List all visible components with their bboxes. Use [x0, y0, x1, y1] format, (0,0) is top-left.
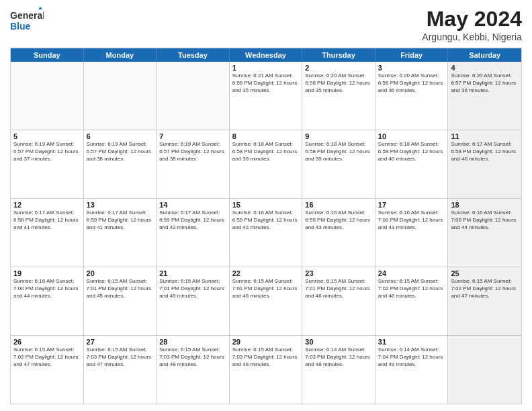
day-cell-25: 25Sunrise: 6:15 AM Sunset: 7:02 PM Dayli…	[448, 267, 521, 335]
day-number: 15	[232, 201, 300, 209]
day-content: Sunrise: 6:16 AM Sunset: 7:00 PM Dayligh…	[378, 210, 445, 231]
day-content: Sunrise: 6:15 AM Sunset: 7:01 PM Dayligh…	[87, 278, 154, 300]
day-content: Sunrise: 6:17 AM Sunset: 6:59 PM Dayligh…	[87, 210, 154, 231]
day-content: Sunrise: 6:20 AM Sunset: 6:56 PM Dayligh…	[305, 73, 372, 94]
day-content: Sunrise: 6:16 AM Sunset: 6:59 PM Dayligh…	[232, 210, 300, 231]
day-cell-3: 3Sunrise: 6:20 AM Sunset: 6:56 PM Daylig…	[375, 62, 449, 130]
day-cell-14: 14Sunrise: 6:17 AM Sunset: 6:59 PM Dayli…	[157, 199, 230, 267]
day-cell-12: 12Sunrise: 6:17 AM Sunset: 6:58 PM Dayli…	[11, 199, 84, 267]
day-content: Sunrise: 6:14 AM Sunset: 7:03 PM Dayligh…	[305, 347, 372, 368]
day-number: 6	[87, 132, 154, 140]
day-number: 1	[232, 64, 300, 72]
day-cell-27: 27Sunrise: 6:15 AM Sunset: 7:03 PM Dayli…	[84, 336, 157, 404]
day-cell-11: 11Sunrise: 6:17 AM Sunset: 6:58 PM Dayli…	[448, 130, 521, 198]
day-content: Sunrise: 6:15 AM Sunset: 7:02 PM Dayligh…	[13, 347, 81, 368]
day-cell-9: 9Sunrise: 6:18 AM Sunset: 6:58 PM Daylig…	[302, 130, 375, 198]
calendar: SundayMondayTuesdayWednesdayThursdayFrid…	[10, 48, 522, 404]
day-cell-30: 30Sunrise: 6:14 AM Sunset: 7:03 PM Dayli…	[302, 336, 375, 404]
day-content: Sunrise: 6:17 AM Sunset: 6:59 PM Dayligh…	[159, 210, 226, 231]
day-content: Sunrise: 6:15 AM Sunset: 7:03 PM Dayligh…	[87, 347, 154, 368]
empty-cell	[157, 62, 230, 130]
day-content: Sunrise: 6:17 AM Sunset: 6:58 PM Dayligh…	[451, 141, 519, 163]
svg-text:Blue: Blue	[10, 21, 31, 32]
day-content: Sunrise: 6:16 AM Sunset: 7:00 PM Dayligh…	[451, 210, 519, 231]
day-cell-6: 6Sunrise: 6:19 AM Sunset: 6:57 PM Daylig…	[84, 130, 157, 198]
empty-cell	[84, 62, 157, 130]
day-cell-28: 28Sunrise: 6:15 AM Sunset: 7:03 PM Dayli…	[157, 336, 230, 404]
day-header-sunday: Sunday	[11, 48, 84, 62]
day-cell-8: 8Sunrise: 6:18 AM Sunset: 6:58 PM Daylig…	[230, 130, 303, 198]
calendar-header: SundayMondayTuesdayWednesdayThursdayFrid…	[11, 48, 521, 62]
day-cell-24: 24Sunrise: 6:15 AM Sunset: 7:02 PM Dayli…	[375, 267, 449, 335]
day-content: Sunrise: 6:15 AM Sunset: 7:02 PM Dayligh…	[378, 278, 445, 300]
calendar-row: 5Sunrise: 6:19 AM Sunset: 6:57 PM Daylig…	[11, 130, 521, 199]
day-number: 7	[159, 132, 226, 140]
day-content: Sunrise: 6:14 AM Sunset: 7:04 PM Dayligh…	[378, 347, 445, 368]
calendar-row: 19Sunrise: 6:16 AM Sunset: 7:00 PM Dayli…	[11, 267, 521, 336]
day-number: 10	[378, 132, 445, 140]
day-number: 12	[13, 201, 81, 209]
day-header-saturday: Saturday	[448, 48, 521, 62]
day-cell-31: 31Sunrise: 6:14 AM Sunset: 7:04 PM Dayli…	[375, 336, 449, 404]
day-number: 19	[13, 269, 81, 277]
day-cell-2: 2Sunrise: 6:20 AM Sunset: 6:56 PM Daylig…	[302, 62, 375, 130]
day-content: Sunrise: 6:18 AM Sunset: 6:58 PM Dayligh…	[378, 141, 445, 163]
logo: General Blue	[10, 7, 44, 35]
day-number: 2	[305, 64, 372, 72]
day-number: 31	[378, 338, 445, 346]
empty-cell	[11, 62, 84, 130]
svg-text:General: General	[10, 10, 44, 21]
day-cell-13: 13Sunrise: 6:17 AM Sunset: 6:59 PM Dayli…	[84, 199, 157, 267]
day-number: 18	[451, 201, 519, 209]
day-content: Sunrise: 6:18 AM Sunset: 6:58 PM Dayligh…	[232, 141, 300, 163]
day-number: 5	[13, 132, 81, 140]
day-number: 4	[451, 64, 519, 72]
calendar-row: 26Sunrise: 6:15 AM Sunset: 7:02 PM Dayli…	[11, 336, 521, 404]
day-header-thursday: Thursday	[302, 48, 375, 62]
day-cell-1: 1Sunrise: 6:21 AM Sunset: 6:56 PM Daylig…	[230, 62, 303, 130]
title-block: May 2024 Argungu, Kebbi, Nigeria	[422, 7, 522, 42]
day-number: 9	[305, 132, 372, 140]
location: Argungu, Kebbi, Nigeria	[422, 32, 522, 42]
day-content: Sunrise: 6:15 AM Sunset: 7:01 PM Dayligh…	[305, 278, 372, 300]
day-header-tuesday: Tuesday	[157, 48, 230, 62]
day-number: 28	[159, 338, 226, 346]
day-number: 13	[87, 201, 154, 209]
day-number: 29	[232, 338, 300, 346]
day-content: Sunrise: 6:15 AM Sunset: 7:03 PM Dayligh…	[159, 347, 226, 368]
day-number: 14	[159, 201, 226, 209]
day-header-monday: Monday	[84, 48, 157, 62]
day-content: Sunrise: 6:19 AM Sunset: 6:57 PM Dayligh…	[87, 141, 154, 163]
day-cell-29: 29Sunrise: 6:15 AM Sunset: 7:03 PM Dayli…	[230, 336, 303, 404]
calendar-body: 1Sunrise: 6:21 AM Sunset: 6:56 PM Daylig…	[11, 62, 521, 404]
day-content: Sunrise: 6:16 AM Sunset: 7:00 PM Dayligh…	[13, 278, 81, 300]
day-number: 26	[13, 338, 81, 346]
day-number: 23	[305, 269, 372, 277]
day-cell-22: 22Sunrise: 6:15 AM Sunset: 7:01 PM Dayli…	[230, 267, 303, 335]
day-content: Sunrise: 6:15 AM Sunset: 7:01 PM Dayligh…	[232, 278, 300, 300]
day-content: Sunrise: 6:19 AM Sunset: 6:57 PM Dayligh…	[13, 141, 81, 163]
day-cell-16: 16Sunrise: 6:16 AM Sunset: 6:59 PM Dayli…	[302, 199, 375, 267]
header: General Blue May 2024 Argungu, Kebbi, Ni…	[10, 7, 522, 42]
day-number: 22	[232, 269, 300, 277]
day-content: Sunrise: 6:16 AM Sunset: 6:59 PM Dayligh…	[305, 210, 372, 231]
day-cell-26: 26Sunrise: 6:15 AM Sunset: 7:02 PM Dayli…	[11, 336, 84, 404]
day-content: Sunrise: 6:17 AM Sunset: 6:58 PM Dayligh…	[13, 210, 81, 231]
logo-svg: General Blue	[10, 7, 44, 35]
day-content: Sunrise: 6:21 AM Sunset: 6:56 PM Dayligh…	[232, 73, 300, 94]
calendar-row: 1Sunrise: 6:21 AM Sunset: 6:56 PM Daylig…	[11, 62, 521, 130]
day-number: 30	[305, 338, 372, 346]
day-header-friday: Friday	[375, 48, 449, 62]
day-number: 24	[378, 269, 445, 277]
day-number: 27	[87, 338, 154, 346]
day-cell-5: 5Sunrise: 6:19 AM Sunset: 6:57 PM Daylig…	[11, 130, 84, 198]
day-number: 8	[232, 132, 300, 140]
day-number: 11	[451, 132, 519, 140]
day-cell-10: 10Sunrise: 6:18 AM Sunset: 6:58 PM Dayli…	[375, 130, 449, 198]
day-header-wednesday: Wednesday	[230, 48, 303, 62]
day-content: Sunrise: 6:15 AM Sunset: 7:03 PM Dayligh…	[232, 347, 300, 368]
day-cell-21: 21Sunrise: 6:15 AM Sunset: 7:01 PM Dayli…	[157, 267, 230, 335]
day-cell-17: 17Sunrise: 6:16 AM Sunset: 7:00 PM Dayli…	[375, 199, 449, 267]
day-content: Sunrise: 6:20 AM Sunset: 6:57 PM Dayligh…	[451, 73, 519, 94]
svg-marker-2	[38, 7, 42, 9]
